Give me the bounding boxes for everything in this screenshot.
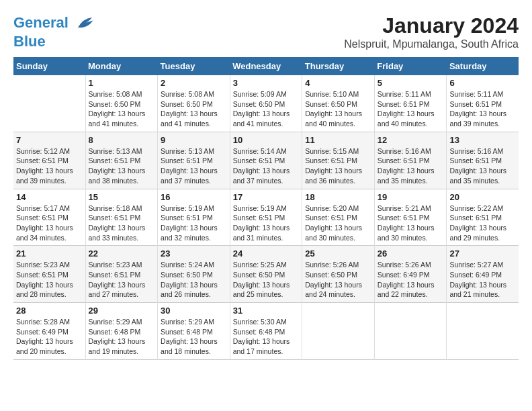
calendar-cell bbox=[447, 303, 519, 360]
weekday-header: Sunday bbox=[13, 57, 85, 75]
calendar-cell: 4Sunrise: 5:10 AM Sunset: 6:50 PM Daylig… bbox=[302, 75, 375, 132]
day-info: Sunrise: 5:18 AM Sunset: 6:51 PM Dayligh… bbox=[89, 203, 155, 243]
calendar-cell bbox=[13, 75, 85, 132]
calendar-cell: 24Sunrise: 5:25 AM Sunset: 6:50 PM Dayli… bbox=[230, 246, 302, 303]
day-number: 10 bbox=[233, 135, 300, 145]
day-number: 25 bbox=[305, 248, 371, 259]
calendar-week-row: 14Sunrise: 5:17 AM Sunset: 6:51 PM Dayli… bbox=[13, 189, 519, 246]
calendar-cell: 21Sunrise: 5:23 AM Sunset: 6:51 PM Dayli… bbox=[13, 246, 85, 303]
day-number: 9 bbox=[161, 135, 227, 145]
day-info: Sunrise: 5:30 AM Sunset: 6:48 PM Dayligh… bbox=[233, 317, 300, 357]
day-number: 31 bbox=[233, 306, 300, 316]
calendar-cell: 28Sunrise: 5:28 AM Sunset: 6:49 PM Dayli… bbox=[13, 303, 85, 360]
calendar-cell: 11Sunrise: 5:15 AM Sunset: 6:51 PM Dayli… bbox=[302, 132, 375, 189]
calendar-cell: 31Sunrise: 5:30 AM Sunset: 6:48 PM Dayli… bbox=[230, 303, 302, 360]
day-number: 17 bbox=[233, 192, 300, 202]
weekday-header: Wednesday bbox=[230, 57, 302, 75]
day-info: Sunrise: 5:19 AM Sunset: 6:51 PM Dayligh… bbox=[233, 203, 300, 243]
day-info: Sunrise: 5:27 AM Sunset: 6:49 PM Dayligh… bbox=[449, 260, 516, 300]
day-info: Sunrise: 5:19 AM Sunset: 6:51 PM Dayligh… bbox=[161, 203, 227, 243]
day-info: Sunrise: 5:29 AM Sunset: 6:48 PM Dayligh… bbox=[89, 317, 155, 357]
weekday-header: Saturday bbox=[447, 57, 519, 75]
calendar-cell bbox=[302, 303, 375, 360]
page-header: General Blue January 2024 Nelspruit, Mpu… bbox=[13, 13, 519, 50]
calendar-cell: 16Sunrise: 5:19 AM Sunset: 6:51 PM Dayli… bbox=[158, 189, 230, 246]
calendar-cell: 26Sunrise: 5:26 AM Sunset: 6:49 PM Dayli… bbox=[374, 246, 447, 303]
day-info: Sunrise: 5:20 AM Sunset: 6:51 PM Dayligh… bbox=[305, 203, 371, 243]
logo: General Blue bbox=[13, 13, 94, 50]
calendar-cell: 29Sunrise: 5:29 AM Sunset: 6:48 PM Dayli… bbox=[85, 303, 158, 360]
day-number: 30 bbox=[161, 306, 227, 316]
weekday-header: Tuesday bbox=[158, 57, 230, 75]
day-info: Sunrise: 5:11 AM Sunset: 6:51 PM Dayligh… bbox=[449, 89, 516, 129]
day-info: Sunrise: 5:11 AM Sunset: 6:51 PM Dayligh… bbox=[378, 89, 444, 129]
logo-text: General Blue bbox=[13, 13, 94, 50]
calendar-cell: 15Sunrise: 5:18 AM Sunset: 6:51 PM Dayli… bbox=[85, 189, 158, 246]
day-number: 6 bbox=[449, 78, 516, 88]
calendar-subtitle: Nelspruit, Mpumalanga, South Africa bbox=[344, 38, 519, 50]
day-number: 1 bbox=[89, 78, 155, 88]
day-number: 21 bbox=[16, 248, 83, 259]
day-number: 2 bbox=[161, 78, 227, 88]
calendar-week-row: 28Sunrise: 5:28 AM Sunset: 6:49 PM Dayli… bbox=[13, 303, 519, 360]
day-info: Sunrise: 5:08 AM Sunset: 6:50 PM Dayligh… bbox=[89, 89, 155, 129]
calendar-cell: 13Sunrise: 5:16 AM Sunset: 6:51 PM Dayli… bbox=[447, 132, 519, 189]
day-info: Sunrise: 5:13 AM Sunset: 6:51 PM Dayligh… bbox=[89, 146, 155, 186]
calendar-cell: 19Sunrise: 5:21 AM Sunset: 6:51 PM Dayli… bbox=[374, 189, 447, 246]
day-info: Sunrise: 5:16 AM Sunset: 6:51 PM Dayligh… bbox=[378, 146, 444, 186]
day-info: Sunrise: 5:08 AM Sunset: 6:50 PM Dayligh… bbox=[161, 89, 227, 129]
calendar-cell: 10Sunrise: 5:14 AM Sunset: 6:51 PM Dayli… bbox=[230, 132, 302, 189]
calendar-cell: 12Sunrise: 5:16 AM Sunset: 6:51 PM Dayli… bbox=[374, 132, 447, 189]
calendar-cell: 9Sunrise: 5:13 AM Sunset: 6:51 PM Daylig… bbox=[158, 132, 230, 189]
calendar-cell: 7Sunrise: 5:12 AM Sunset: 6:51 PM Daylig… bbox=[13, 132, 85, 189]
calendar-cell: 22Sunrise: 5:23 AM Sunset: 6:51 PM Dayli… bbox=[85, 246, 158, 303]
calendar-cell: 20Sunrise: 5:22 AM Sunset: 6:51 PM Dayli… bbox=[447, 189, 519, 246]
day-number: 15 bbox=[89, 192, 155, 202]
day-info: Sunrise: 5:26 AM Sunset: 6:49 PM Dayligh… bbox=[378, 260, 444, 300]
day-number: 8 bbox=[89, 135, 155, 145]
calendar-cell: 30Sunrise: 5:29 AM Sunset: 6:48 PM Dayli… bbox=[158, 303, 230, 360]
day-number: 20 bbox=[449, 192, 516, 202]
day-info: Sunrise: 5:28 AM Sunset: 6:49 PM Dayligh… bbox=[16, 317, 83, 357]
day-info: Sunrise: 5:22 AM Sunset: 6:51 PM Dayligh… bbox=[449, 203, 516, 243]
day-number: 7 bbox=[16, 135, 83, 145]
day-info: Sunrise: 5:24 AM Sunset: 6:50 PM Dayligh… bbox=[161, 260, 227, 300]
calendar-cell: 25Sunrise: 5:26 AM Sunset: 6:50 PM Dayli… bbox=[302, 246, 375, 303]
day-number: 22 bbox=[89, 248, 155, 259]
weekday-header-row: SundayMondayTuesdayWednesdayThursdayFrid… bbox=[13, 57, 519, 75]
day-number: 19 bbox=[378, 192, 444, 202]
day-number: 13 bbox=[449, 135, 516, 145]
weekday-header: Monday bbox=[85, 57, 158, 75]
day-info: Sunrise: 5:13 AM Sunset: 6:51 PM Dayligh… bbox=[161, 146, 227, 186]
day-info: Sunrise: 5:15 AM Sunset: 6:51 PM Dayligh… bbox=[305, 146, 371, 186]
calendar-cell: 3Sunrise: 5:09 AM Sunset: 6:50 PM Daylig… bbox=[230, 75, 302, 132]
day-info: Sunrise: 5:26 AM Sunset: 6:50 PM Dayligh… bbox=[305, 260, 371, 300]
calendar-cell: 17Sunrise: 5:19 AM Sunset: 6:51 PM Dayli… bbox=[230, 189, 302, 246]
day-number: 28 bbox=[16, 306, 83, 316]
day-number: 3 bbox=[233, 78, 300, 88]
calendar-week-row: 21Sunrise: 5:23 AM Sunset: 6:51 PM Dayli… bbox=[13, 246, 519, 303]
day-info: Sunrise: 5:21 AM Sunset: 6:51 PM Dayligh… bbox=[378, 203, 444, 243]
calendar-cell bbox=[374, 303, 447, 360]
day-info: Sunrise: 5:25 AM Sunset: 6:50 PM Dayligh… bbox=[233, 260, 300, 300]
day-number: 11 bbox=[305, 135, 371, 145]
day-info: Sunrise: 5:12 AM Sunset: 6:51 PM Dayligh… bbox=[16, 146, 83, 186]
calendar-week-row: 1Sunrise: 5:08 AM Sunset: 6:50 PM Daylig… bbox=[13, 75, 519, 132]
day-info: Sunrise: 5:23 AM Sunset: 6:51 PM Dayligh… bbox=[89, 260, 155, 300]
day-number: 27 bbox=[449, 248, 516, 259]
calendar-cell: 1Sunrise: 5:08 AM Sunset: 6:50 PM Daylig… bbox=[85, 75, 158, 132]
weekday-header: Friday bbox=[374, 57, 447, 75]
day-number: 18 bbox=[305, 192, 371, 202]
day-info: Sunrise: 5:17 AM Sunset: 6:51 PM Dayligh… bbox=[16, 203, 83, 243]
day-number: 29 bbox=[89, 306, 155, 316]
day-number: 24 bbox=[233, 248, 300, 259]
calendar-title: January 2024 bbox=[344, 13, 519, 38]
day-number: 26 bbox=[378, 248, 444, 259]
calendar-cell: 8Sunrise: 5:13 AM Sunset: 6:51 PM Daylig… bbox=[85, 132, 158, 189]
calendar-cell: 6Sunrise: 5:11 AM Sunset: 6:51 PM Daylig… bbox=[447, 75, 519, 132]
day-info: Sunrise: 5:29 AM Sunset: 6:48 PM Dayligh… bbox=[161, 317, 227, 357]
day-number: 5 bbox=[378, 78, 444, 88]
day-number: 14 bbox=[16, 192, 83, 202]
day-number: 4 bbox=[305, 78, 371, 88]
day-info: Sunrise: 5:23 AM Sunset: 6:51 PM Dayligh… bbox=[16, 260, 83, 300]
